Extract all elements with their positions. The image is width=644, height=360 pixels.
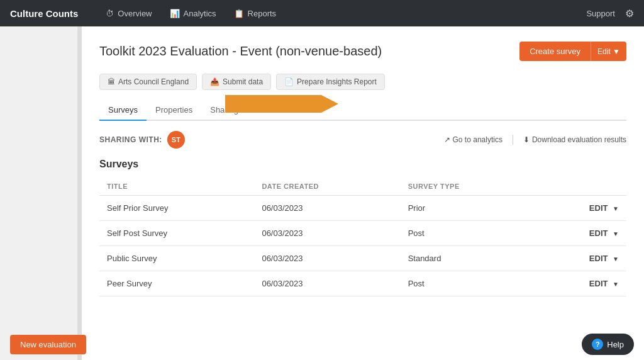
submit-data-button[interactable]: 📤 Submit data: [202, 74, 271, 90]
table-row: Self Prior Survey06/03/2023PriorEDIT ▼: [99, 196, 626, 221]
survey-title-cell: Self Prior Survey: [99, 196, 254, 221]
prepare-insights-icon: 📄: [284, 77, 294, 86]
submit-data-icon: 📤: [210, 77, 219, 86]
survey-edit-cell[interactable]: EDIT ▼: [536, 246, 626, 271]
survey-date-cell: 06/03/2023: [254, 271, 400, 296]
table-header-row: TITLE DATE CREATED SURVEY TYPE: [99, 177, 626, 196]
table-header: TITLE DATE CREATED SURVEY TYPE: [99, 177, 626, 196]
col-date-created: DATE CREATED: [254, 177, 400, 196]
vertical-divider: [513, 135, 513, 145]
nav-analytics[interactable]: 📊 Analytics: [162, 5, 224, 22]
download-results-link[interactable]: ⬇ Download evaluation results: [523, 135, 626, 144]
sidebar-drag-handle[interactable]: [77, 26, 81, 360]
survey-title-cell: Self Post Survey: [99, 221, 254, 246]
tab-surveys[interactable]: Surveys: [99, 100, 147, 121]
survey-type-cell: Standard: [401, 246, 536, 271]
submit-data-label: Submit data: [223, 77, 263, 86]
tabs-container: Surveys Properties Sharing: [99, 100, 626, 121]
header-actions: Create survey Edit ▼: [519, 42, 626, 61]
edit-row-chevron: ▼: [613, 205, 619, 212]
survey-date-cell: 06/03/2023: [254, 221, 400, 246]
download-icon: ⬇: [523, 135, 530, 144]
prepare-insights-button[interactable]: 📄 Prepare Insights Report: [276, 74, 385, 90]
main-content: Toolkit 2023 Evaluation - Event (non-ven…: [82, 26, 644, 360]
gear-icon[interactable]: ⚙: [625, 8, 634, 20]
nav-analytics-label: Analytics: [184, 9, 216, 18]
arts-council-button[interactable]: 🏛 Arts Council England: [99, 74, 197, 90]
toolbar: 🏛 Arts Council England 📤 Submit data 📄 P…: [99, 74, 626, 90]
nav-overview-label: Overview: [118, 9, 152, 18]
help-icon: ?: [592, 339, 603, 350]
nav-links: ⏱ Overview 📊 Analytics 📋 Reports: [98, 5, 586, 22]
col-survey-type: SURVEY TYPE: [401, 177, 536, 196]
analytics-link-icon: ↗: [444, 135, 450, 144]
surveys-table-body: Self Prior Survey06/03/2023PriorEDIT ▼Se…: [99, 196, 626, 296]
survey-date-cell: 06/03/2023: [254, 246, 400, 271]
col-title: TITLE: [99, 177, 254, 196]
survey-title-cell: Peer Survey: [99, 271, 254, 296]
survey-edit-cell[interactable]: EDIT ▼: [536, 271, 626, 296]
table-row: Peer Survey06/03/2023PostEDIT ▼: [99, 271, 626, 296]
nav-reports-label: Reports: [248, 9, 277, 18]
page-header: Toolkit 2023 Evaluation - Event (non-ven…: [99, 42, 626, 61]
nav-reports[interactable]: 📋 Reports: [226, 5, 284, 22]
edit-chevron-icon: ▼: [613, 47, 620, 56]
sidebar: [0, 26, 82, 360]
sharing-right: ↗ Go to analytics ⬇ Download evaluation …: [444, 135, 626, 145]
nav-overview[interactable]: ⏱ Overview: [98, 5, 159, 22]
surveys-section-title: Surveys: [99, 159, 626, 170]
sharing-label: SHARING WITH:: [99, 135, 162, 144]
arts-council-icon: 🏛: [108, 77, 115, 86]
go-to-analytics-link[interactable]: ↗ Go to analytics: [444, 135, 502, 144]
edit-button[interactable]: Edit ▼: [591, 42, 626, 61]
help-label: Help: [607, 340, 624, 349]
survey-date-cell: 06/03/2023: [254, 196, 400, 221]
edit-label: Edit: [597, 47, 611, 56]
support-link[interactable]: Support: [586, 9, 615, 18]
help-button[interactable]: ? Help: [582, 334, 634, 355]
arrow-annotation: [225, 95, 338, 113]
survey-edit-cell[interactable]: EDIT ▼: [536, 221, 626, 246]
table-row: Public Survey06/03/2023StandardEDIT ▼: [99, 246, 626, 271]
reports-icon: 📋: [234, 9, 244, 18]
avatar: ST: [167, 131, 185, 149]
top-navigation: Culture Counts ⏱ Overview 📊 Analytics 📋 …: [0, 0, 644, 26]
nav-right: Support ⚙: [586, 8, 634, 20]
overview-icon: ⏱: [106, 9, 114, 18]
survey-type-cell: Post: [401, 271, 536, 296]
edit-row-chevron: ▼: [613, 230, 619, 237]
sharing-row: SHARING WITH: ST ↗ Go to analytics ⬇ Dow…: [99, 131, 626, 149]
survey-type-cell: Prior: [401, 196, 536, 221]
arts-council-label: Arts Council England: [118, 77, 189, 86]
new-evaluation-button[interactable]: New evaluation: [10, 335, 86, 354]
tab-properties[interactable]: Properties: [147, 100, 201, 121]
create-survey-button[interactable]: Create survey: [519, 42, 591, 61]
surveys-table: TITLE DATE CREATED SURVEY TYPE Self Prio…: [99, 177, 626, 296]
sharing-left: SHARING WITH: ST: [99, 131, 185, 149]
table-row: Self Post Survey06/03/2023PostEDIT ▼: [99, 221, 626, 246]
surveys-section: Surveys TITLE DATE CREATED SURVEY TYPE S…: [99, 159, 626, 296]
page-title: Toolkit 2023 Evaluation - Event (non-ven…: [99, 44, 382, 59]
go-to-analytics-label: Go to analytics: [453, 135, 502, 144]
edit-row-chevron: ▼: [613, 281, 619, 288]
prepare-insights-label: Prepare Insights Report: [297, 77, 377, 86]
arrow-body: [225, 95, 338, 113]
edit-group: Create survey Edit ▼: [519, 42, 626, 61]
col-edit: [536, 177, 626, 196]
analytics-icon: 📊: [170, 9, 180, 18]
brand-name: Culture Counts: [10, 8, 78, 19]
survey-title-cell: Public Survey: [99, 246, 254, 271]
edit-row-chevron: ▼: [613, 256, 619, 262]
survey-type-cell: Post: [401, 221, 536, 246]
survey-edit-cell[interactable]: EDIT ▼: [536, 196, 626, 221]
download-results-label: Download evaluation results: [532, 135, 626, 144]
